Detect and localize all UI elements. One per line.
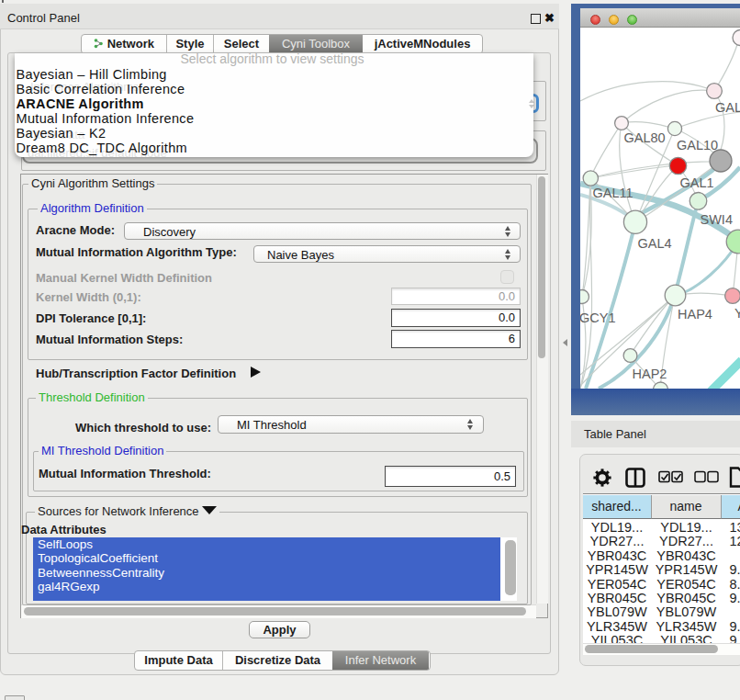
svg-text:GAL1: GAL1	[680, 175, 714, 190]
svg-text:GAL10: GAL10	[677, 138, 718, 152]
svg-text:GAL2: GAL2	[715, 100, 740, 115]
svg-text:Y: Y	[734, 306, 740, 321]
svg-text:GAL80: GAL80	[624, 130, 666, 145]
svg-text:GAL11: GAL11	[593, 186, 633, 200]
svg-text:GAL4: GAL4	[638, 236, 672, 251]
svg-text:GCY1: GCY1	[580, 310, 616, 325]
svg-text:HAP4: HAP4	[678, 307, 712, 322]
svg-text:SWI4: SWI4	[701, 212, 733, 227]
svg-text:HAP2: HAP2	[633, 367, 667, 381]
